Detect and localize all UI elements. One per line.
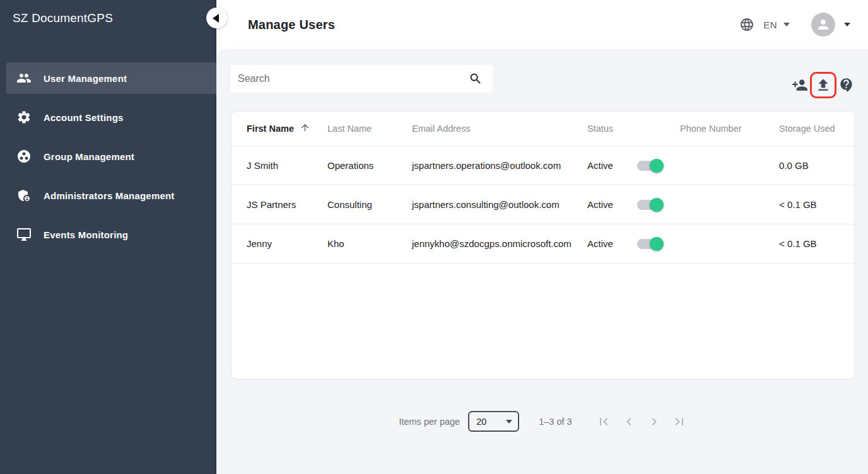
chevron-down-icon — [844, 23, 850, 26]
column-header-email[interactable]: Email Address — [412, 124, 587, 134]
page-title: Manage Users — [248, 18, 335, 32]
last-page-button[interactable] — [672, 414, 687, 429]
page-size-value: 20 — [476, 417, 486, 427]
sidebar-item-label: Events Monitoring — [44, 229, 128, 240]
sidebar-item-events-monitoring[interactable]: Events Monitoring — [6, 219, 216, 250]
page-range-label: 1–3 of 3 — [539, 417, 572, 427]
items-per-page-label: Items per page — [399, 417, 460, 427]
highlight-annotation — [810, 72, 836, 98]
toggle-thumb — [650, 237, 664, 251]
column-header-last-name[interactable]: Last Name — [327, 124, 412, 134]
column-header-phone[interactable]: Phone Number — [680, 124, 779, 134]
column-header-first-name[interactable]: First Name — [247, 122, 327, 135]
page-size-select[interactable]: 20 — [468, 411, 519, 432]
paginator-nav — [586, 414, 687, 429]
status-toggle[interactable] — [637, 161, 662, 171]
users-table: First Name Last Name Email Address Statu… — [231, 111, 855, 379]
sidebar-item-label: User Management — [44, 73, 127, 84]
sidebar-nav: User Management Account Settings Group M… — [0, 62, 216, 250]
status-label: Active — [587, 238, 613, 249]
cell-email: jspartners.operations@outlook.com — [412, 160, 587, 171]
cell-last-name: Kho — [327, 238, 412, 249]
collapse-arrow-icon — [213, 14, 219, 23]
app-root: SZ DocumentGPS User Management Account S… — [0, 0, 868, 474]
gear-icon — [16, 110, 32, 125]
table-row[interactable]: J Smith Operations jspartners.operations… — [232, 146, 854, 185]
users-icon — [16, 71, 32, 86]
sidebar-item-label: Account Settings — [44, 112, 124, 123]
table-header-row: First Name Last Name Email Address Statu… — [232, 112, 854, 146]
previous-page-button[interactable] — [621, 414, 636, 429]
next-page-button[interactable] — [647, 414, 662, 429]
language-selector[interactable]: EN — [763, 20, 790, 30]
status-label: Active — [587, 199, 613, 210]
sidebar-item-account-settings[interactable]: Account Settings — [6, 101, 216, 133]
next-page-icon — [647, 414, 662, 429]
sidebar-item-administrators-management[interactable]: Administrators Management — [6, 180, 216, 211]
search-icon[interactable] — [469, 72, 483, 86]
avatar-icon — [816, 17, 831, 32]
prev-page-icon — [621, 414, 636, 429]
cell-status: Active — [587, 199, 680, 210]
globe-icon — [739, 17, 754, 32]
chevron-down-icon — [783, 23, 790, 26]
last-page-icon — [672, 414, 687, 429]
help-button[interactable] — [838, 77, 855, 93]
cell-first-name: JS Partners — [247, 199, 327, 210]
cell-storage: 0.0 GB — [779, 160, 839, 171]
cell-storage: < 0.1 GB — [779, 238, 839, 249]
chevron-down-icon — [506, 420, 512, 424]
toolbar — [231, 65, 855, 93]
cell-status: Active — [587, 160, 680, 171]
cell-status: Active — [587, 238, 680, 249]
upload-users-button[interactable] — [815, 77, 831, 93]
sidebar: SZ DocumentGPS User Management Account S… — [0, 0, 216, 474]
monitor-icon — [16, 227, 32, 242]
content-area: First Name Last Name Email Address Statu… — [216, 49, 868, 474]
cell-email: jennykho@szdocgps.onmicrosoft.com — [412, 238, 587, 249]
add-user-icon — [792, 77, 808, 93]
column-header-status[interactable]: Status — [587, 124, 680, 134]
search-box — [231, 65, 493, 93]
first-page-icon — [596, 414, 611, 429]
cell-last-name: Consulting — [327, 199, 412, 210]
first-page-button[interactable] — [596, 414, 611, 429]
avatar — [811, 13, 835, 37]
cell-first-name: Jenny — [247, 238, 327, 249]
sidebar-item-user-management[interactable]: User Management — [6, 62, 216, 94]
main-pane: Manage Users EN — [216, 0, 868, 474]
upload-icon — [815, 77, 831, 93]
add-user-button[interactable] — [792, 77, 808, 93]
toggle-thumb — [650, 198, 664, 212]
cell-storage: < 0.1 GB — [779, 199, 839, 210]
help-icon — [838, 77, 855, 93]
app-title: SZ DocumentGPS — [0, 0, 216, 35]
top-header: Manage Users EN — [216, 0, 868, 49]
sidebar-item-group-management[interactable]: Group Management — [6, 141, 216, 172]
cell-email: jspartners.consulting@outlook.com — [412, 199, 587, 210]
sidebar-item-label: Administrators Management — [44, 190, 175, 201]
search-input[interactable] — [238, 73, 469, 84]
language-code: EN — [763, 20, 777, 30]
cell-last-name: Operations — [327, 160, 412, 171]
table-row[interactable]: Jenny Kho jennykho@szdocgps.onmicrosoft.… — [232, 224, 854, 263]
status-toggle[interactable] — [637, 200, 662, 210]
sidebar-collapse-button[interactable] — [206, 8, 227, 28]
header-actions: EN — [739, 13, 850, 37]
table-actions — [792, 72, 855, 98]
status-toggle[interactable] — [637, 239, 662, 249]
table-row[interactable]: JS Partners Consulting jspartners.consul… — [232, 185, 854, 224]
cell-first-name: J Smith — [247, 160, 327, 171]
column-header-storage[interactable]: Storage Used — [779, 124, 839, 134]
group-work-icon — [16, 149, 32, 164]
toggle-thumb — [650, 159, 664, 173]
sort-ascending-icon — [294, 122, 310, 135]
user-menu[interactable] — [811, 13, 850, 37]
paginator: Items per page 20 1–3 of 3 — [231, 411, 855, 432]
status-label: Active — [587, 160, 613, 171]
sidebar-item-label: Group Management — [44, 151, 134, 162]
admin-shield-icon — [16, 188, 32, 203]
